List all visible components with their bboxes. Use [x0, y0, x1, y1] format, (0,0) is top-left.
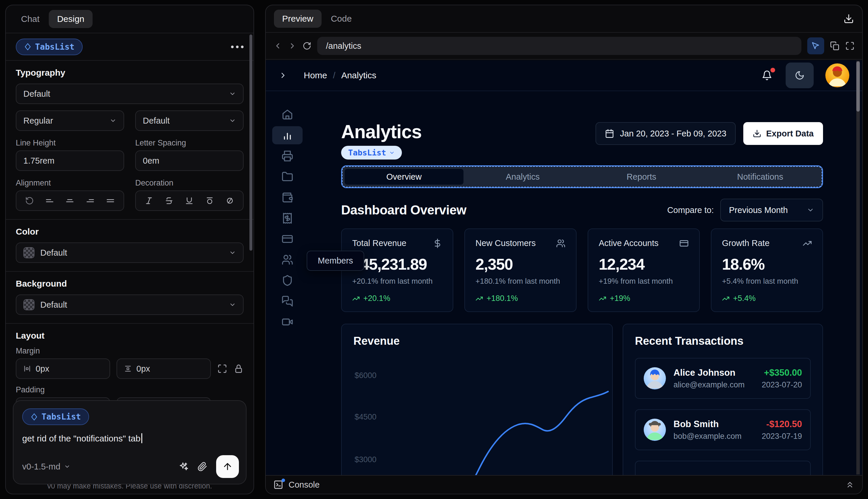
rail-printer-icon[interactable]	[272, 146, 302, 166]
transaction-row[interactable]: Bob Smith bob@example.com -$120.50 2023-…	[635, 409, 811, 450]
rail-folder-icon[interactable]	[272, 166, 302, 187]
rail-members-icon[interactable]	[272, 249, 302, 270]
inspect-cursor-button[interactable]	[807, 37, 824, 54]
theme-toggle-button[interactable]	[786, 62, 814, 88]
align-left-icon[interactable]	[45, 196, 54, 205]
date-range-picker[interactable]: Jan 20, 2023 - Feb 09, 2023	[596, 122, 736, 145]
console-bar[interactable]: Console	[266, 475, 862, 494]
rail-security-icon[interactable]	[272, 270, 302, 291]
app-icon-rail	[266, 92, 309, 475]
back-icon[interactable]	[273, 41, 282, 50]
design-panel: Chat Design TabsList Typography Default …	[5, 5, 254, 494]
transaction-row[interactable]: Alice Johnson alice@example.com +$350.00…	[635, 358, 811, 399]
font-weight-select[interactable]: Regular	[16, 110, 124, 131]
rail-home-icon[interactable]	[272, 104, 302, 125]
chevron-down-icon	[229, 90, 236, 97]
section-title: Dashboard Overview	[341, 203, 467, 217]
paperclip-icon[interactable]	[197, 462, 207, 472]
background-value: Default	[40, 300, 67, 310]
margin-x-input[interactable]: 0px	[16, 358, 110, 379]
forward-icon[interactable]	[288, 41, 297, 50]
design-panel-body: Typography Default Regular Default Line …	[6, 61, 253, 418]
color-swatch	[23, 247, 35, 258]
tab-design[interactable]: Design	[49, 10, 92, 28]
panel-tabs: Chat Design	[6, 5, 253, 33]
background-select[interactable]: Default	[16, 294, 244, 315]
export-data-button[interactable]: Export Data	[743, 122, 823, 145]
refresh-icon[interactable]	[302, 41, 311, 50]
color-select[interactable]: Default	[16, 243, 244, 263]
preview-header: Preview Code	[266, 5, 862, 33]
stat-card-active-accounts: Active Accounts 12,234 +19% from last mo…	[587, 229, 700, 312]
layout-section-title: Layout	[16, 331, 244, 341]
sidebar-scrollbar[interactable]	[249, 35, 252, 251]
margin-horizontal-icon	[23, 365, 31, 373]
line-height-input[interactable]: 1.75rem	[16, 150, 124, 171]
breadcrumb-separator: /	[333, 70, 335, 80]
rail-video-icon[interactable]	[272, 312, 302, 332]
strikethrough-icon[interactable]	[165, 196, 173, 205]
stat-card-growth-rate: Growth Rate 18.6% +5.4% from last month …	[711, 229, 823, 312]
rail-wallet-icon[interactable]	[272, 187, 302, 208]
preview-scrollbar-track[interactable]	[856, 61, 860, 474]
chevron-down-icon	[229, 301, 236, 308]
download-icon[interactable]	[843, 13, 854, 24]
align-center-icon[interactable]	[65, 196, 74, 205]
avatar-person-icon	[644, 367, 666, 389]
italic-icon[interactable]	[145, 196, 153, 205]
tab-reports[interactable]: Reports	[582, 169, 701, 185]
compare-select[interactable]: Previous Month	[720, 199, 823, 221]
trending-up-icon	[352, 295, 360, 302]
tab-notifications[interactable]: Notifications	[701, 169, 820, 185]
font-family-select[interactable]: Default	[16, 84, 244, 104]
url-input[interactable]: /analytics	[317, 37, 802, 55]
lock-icon[interactable]	[234, 364, 244, 374]
copy-icon[interactable]	[830, 41, 839, 50]
breadcrumb-home[interactable]: Home	[304, 70, 327, 80]
more-options-icon[interactable]	[231, 46, 244, 48]
sparkles-icon[interactable]	[179, 462, 189, 472]
selected-component-badge[interactable]: TabsList	[16, 39, 83, 55]
decoration-toolbar	[135, 191, 244, 211]
chat-composer[interactable]: TabsList get rid of the "notifications" …	[13, 400, 247, 484]
no-decoration-icon[interactable]	[225, 196, 234, 205]
transaction-date: 2023-07-19	[762, 432, 802, 441]
rail-analytics-icon[interactable]	[272, 126, 302, 144]
margin-y-input[interactable]: 0px	[116, 358, 211, 379]
undo-icon[interactable]	[25, 196, 34, 205]
align-justify-icon[interactable]	[106, 196, 115, 205]
stat-label: Growth Rate	[722, 239, 770, 248]
transaction-row[interactable]	[635, 461, 811, 475]
tab-code[interactable]: Code	[324, 10, 358, 28]
component-chip[interactable]: TabsList	[341, 146, 402, 159]
text-cursor	[141, 433, 142, 443]
font-weight-value: Regular	[23, 116, 53, 126]
chevrons-up-icon[interactable]	[845, 480, 855, 489]
rail-receipt-icon[interactable]	[272, 208, 302, 229]
chat-context-chip[interactable]: TabsList	[22, 409, 89, 425]
fullscreen-icon[interactable]	[845, 41, 855, 50]
overline-icon[interactable]	[205, 196, 214, 205]
tab-overview[interactable]: Overview	[345, 169, 463, 185]
rail-messages-icon[interactable]	[272, 291, 302, 312]
align-right-icon[interactable]	[86, 196, 95, 205]
user-avatar[interactable]	[826, 63, 849, 87]
breadcrumb: Home / Analytics	[304, 70, 376, 80]
tab-chat[interactable]: Chat	[15, 10, 46, 28]
calendar-icon	[605, 129, 614, 138]
preview-scrollbar-thumb[interactable]	[856, 61, 860, 112]
tab-analytics[interactable]: Analytics	[463, 169, 582, 185]
expand-icon[interactable]	[217, 364, 227, 374]
send-button[interactable]	[216, 455, 239, 478]
underline-icon[interactable]	[185, 196, 194, 205]
chat-message-input[interactable]: get rid of the "notifications" tab	[22, 433, 237, 443]
tab-preview[interactable]: Preview	[274, 10, 322, 28]
letter-spacing-input[interactable]: 0em	[135, 150, 244, 171]
notifications-button[interactable]	[762, 70, 772, 81]
rail-credit-card-icon[interactable]	[272, 229, 302, 249]
model-selector[interactable]: v0-1.5-md	[22, 462, 70, 472]
diamond-icon	[30, 413, 38, 421]
sidebar-toggle-icon[interactable]	[278, 71, 287, 80]
font-size-select[interactable]: Default	[135, 110, 244, 131]
stat-label: New Customers	[475, 239, 536, 248]
